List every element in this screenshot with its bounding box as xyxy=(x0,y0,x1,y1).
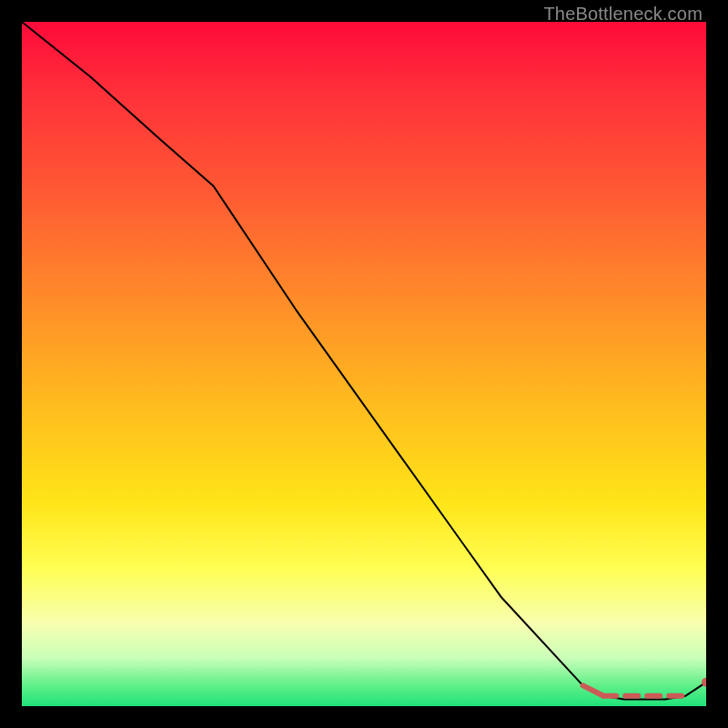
chart-frame: TheBottleneck.com xyxy=(0,0,728,728)
bottleneck-curve xyxy=(22,22,706,700)
highlight-descent-segment xyxy=(583,685,604,695)
chart-overlay xyxy=(22,22,706,706)
plot-area xyxy=(22,22,706,706)
